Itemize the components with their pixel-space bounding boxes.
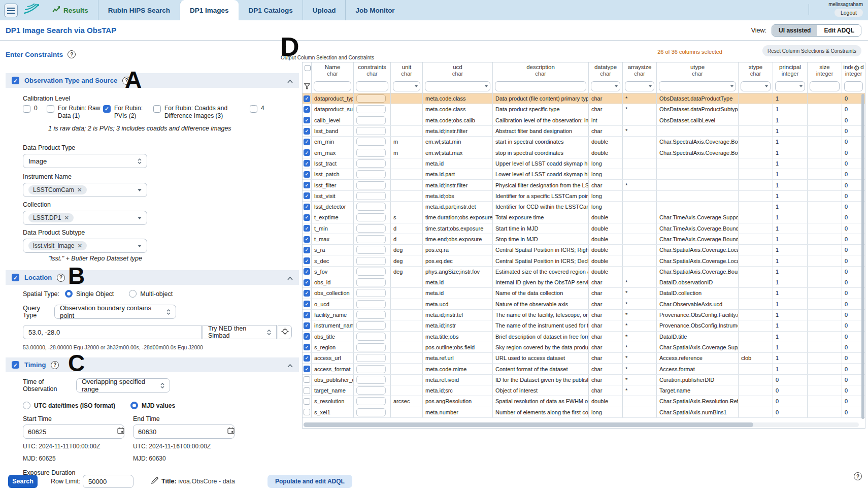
start-time-input[interactable] [23, 424, 124, 439]
constraint-input[interactable] [356, 365, 386, 373]
filter-xtype-select[interactable] [741, 81, 771, 91]
column-header-ucd[interactable]: ucdchar [423, 62, 493, 79]
table-row[interactable]: t_mindtime.start;obs.exposureStart time … [303, 223, 865, 234]
calib-option-4[interactable]: 4 [250, 105, 264, 120]
row-checkbox[interactable] [304, 387, 310, 394]
row-limit-input[interactable] [83, 475, 133, 488]
filter-indexed-input[interactable] [844, 81, 863, 91]
table-row[interactable]: s_decdegpos.eq.decCentral Spatial Positi… [303, 255, 865, 266]
column-header-arraysize[interactable]: arraysizechar [623, 62, 657, 79]
search-button[interactable]: Search [8, 475, 38, 488]
calendar-icon[interactable] [117, 427, 124, 436]
table-row[interactable]: dataproduct_typemeta.code.classData prod… [303, 93, 865, 104]
row-checkbox[interactable] [304, 214, 310, 221]
row-checkbox[interactable] [304, 290, 310, 297]
view-option-ui-assisted[interactable]: UI assisted [772, 25, 817, 36]
help-icon[interactable]: ? [68, 50, 76, 58]
section-location-header[interactable]: Location ? B [6, 270, 299, 285]
row-checkbox[interactable] [304, 376, 310, 383]
column-header-description[interactable]: descriptionchar [493, 62, 589, 79]
table-row[interactable]: lsst_detectormeta.id.part;instr.detIdent… [303, 202, 865, 212]
radio-mjd[interactable] [130, 402, 138, 409]
constraint-input[interactable] [356, 116, 386, 124]
table-row[interactable]: lsst_visitmeta.id;obsIdentifier for a sp… [303, 191, 865, 202]
table-row[interactable]: facility_namemeta.id;instr.telThe name o… [303, 310, 865, 320]
tab-rubin-hips-search[interactable]: Rubin HiPS Search [98, 0, 180, 20]
radio-single-object[interactable] [65, 290, 73, 298]
constraint-input[interactable] [356, 127, 386, 135]
column-header-constraints[interactable]: constraintschar [354, 62, 391, 79]
row-checkbox[interactable] [304, 192, 310, 199]
row-checkbox[interactable] [304, 225, 310, 232]
checkbox[interactable] [23, 105, 30, 113]
close-icon[interactable]: ✕ [77, 186, 82, 193]
column-header-unit[interactable]: unitchar [391, 62, 423, 79]
row-checkbox[interactable] [304, 279, 310, 286]
constraint-input[interactable] [356, 343, 386, 351]
table-row[interactable]: access_urlmeta.ref.urlURL used to access… [303, 353, 865, 364]
constraint-input[interactable] [356, 170, 386, 178]
table-row[interactable]: s_regionpos.outline;obs.fieldSky region … [303, 342, 865, 353]
filter-arraysize-select[interactable] [625, 81, 654, 91]
row-checkbox[interactable] [304, 117, 310, 123]
constraint-input[interactable] [356, 311, 386, 319]
table-row[interactable]: s_xel1meta.numberNumber of elements alon… [303, 407, 865, 418]
checkbox[interactable] [250, 105, 257, 113]
filter-principal-select[interactable] [775, 81, 805, 91]
table-row[interactable]: s_fovdegphys.angSize;instr.fovEstimated … [303, 267, 865, 277]
table-row[interactable]: lsst_patchmeta.id.partLower level of LSS… [303, 169, 865, 180]
constraint-input[interactable] [356, 235, 386, 243]
chevron-up-icon[interactable] [287, 76, 293, 85]
section-checkbox[interactable] [12, 77, 19, 84]
constraint-input[interactable] [356, 149, 386, 157]
constraint-input[interactable] [356, 192, 386, 200]
section-checkbox[interactable] [12, 274, 19, 281]
logout-button[interactable]: Logout [834, 9, 863, 17]
constraint-input[interactable] [356, 268, 386, 276]
table-row[interactable]: s_resolutionarcsecpos.angResolutionSpati… [303, 396, 865, 407]
help-icon[interactable]: ? [51, 361, 59, 369]
column-header-utype[interactable]: utypechar [657, 62, 739, 79]
column-header-size[interactable]: sizeinteger [808, 62, 842, 79]
constraint-input[interactable] [356, 246, 386, 254]
tab-job-monitor[interactable]: Job Monitor [345, 0, 404, 20]
constraint-input[interactable] [356, 321, 386, 330]
column-header-principal[interactable]: principalinteger [773, 62, 808, 79]
close-icon[interactable]: ✕ [64, 214, 69, 221]
vertical-scrollbar[interactable] [861, 94, 864, 419]
table-row[interactable]: s_radegpos.eq.raCentral Spatial Position… [303, 245, 865, 255]
table-row[interactable]: target_namemeta.id;srcObject of interest… [303, 385, 865, 396]
reset-columns-button[interactable]: Reset Column Selections & Constraints [762, 45, 861, 56]
table-row[interactable]: t_exptimestime.duration;obs.exposureTota… [303, 212, 865, 223]
row-checkbox[interactable] [304, 139, 310, 145]
row-checkbox[interactable] [304, 301, 310, 307]
instrument-name-select[interactable]: LSSTComCam ✕ [23, 183, 147, 197]
view-option-edit-adql[interactable]: Edit ADQL [817, 25, 861, 36]
filter-ucd-select[interactable] [425, 81, 490, 91]
calib-option-0[interactable]: 0 [23, 105, 47, 120]
filter-datatype-select[interactable] [591, 81, 620, 91]
constraint-input[interactable] [356, 289, 386, 297]
table-row[interactable]: obs_idmeta.idInternal ID given by the Ob… [303, 277, 865, 288]
table-row[interactable]: em_minmem.wl;stat.minstart in spectral c… [303, 137, 865, 147]
tab-dp1-catalogs[interactable]: DP1 Catalogs [239, 0, 303, 20]
constraint-input[interactable] [356, 354, 386, 362]
resolver-select[interactable]: Try NED then Simbad [203, 325, 277, 339]
row-checkbox[interactable] [304, 236, 310, 243]
constraint-input[interactable] [356, 333, 386, 341]
constraint-input[interactable] [356, 300, 386, 308]
table-row[interactable]: instrument_namemeta.id;instrThe name of … [303, 320, 865, 331]
help-icon[interactable]: ? [122, 77, 130, 85]
coordinate-input[interactable] [23, 325, 202, 339]
constraint-input[interactable] [356, 386, 386, 395]
collection-select[interactable]: LSST.DP1 ✕ [23, 211, 147, 225]
filter-name-input[interactable] [314, 81, 351, 91]
constraint-input[interactable] [356, 159, 386, 168]
gear-icon[interactable]: ⚙ [853, 64, 860, 72]
populate-adql-button[interactable]: Populate and edit ADQL [268, 475, 352, 488]
row-checkbox[interactable] [304, 312, 310, 318]
row-checkbox[interactable] [304, 409, 310, 415]
radio-utc[interactable] [23, 402, 30, 409]
table-row[interactable]: obs_titlemeta.title;obsBrief description… [303, 332, 865, 342]
query-type-select[interactable]: Observation boundary contains point [54, 305, 176, 319]
